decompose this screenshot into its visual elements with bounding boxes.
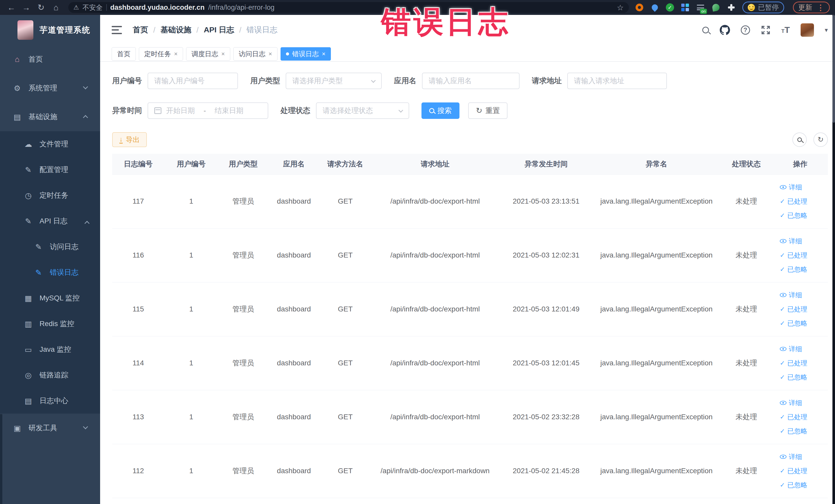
detail-link[interactable]: 详细: [780, 345, 802, 354]
sidebar-item-infrastructure[interactable]: ▤ 基础设施: [0, 102, 100, 131]
url-bar[interactable]: ⚠ 不安全 dashboard.yudao.iocoder.cn /infra/…: [68, 2, 629, 13]
close-icon[interactable]: ×: [322, 50, 325, 58]
mark-ignored-link[interactable]: ✓已忽略: [780, 373, 807, 382]
mark-ignored-link[interactable]: ✓已忽略: [780, 427, 807, 436]
tab-schedule-log[interactable]: 调度日志 ×: [186, 47, 230, 61]
forward-icon[interactable]: →: [20, 3, 32, 12]
mark-ignored-link[interactable]: ✓已忽略: [780, 319, 807, 328]
tab-scheduled-tasks[interactable]: 定时任务 ×: [139, 47, 183, 61]
reload-icon[interactable]: ↻: [35, 3, 47, 12]
fullscreen-icon[interactable]: [761, 25, 771, 35]
extension-icon-grid[interactable]: [681, 3, 690, 12]
tab-access-log[interactable]: 访问日志 ×: [233, 47, 278, 61]
browser-home-icon[interactable]: ⌂: [50, 3, 62, 12]
table-row: 113 1 管理员 dashboard GET /api/infra/db-do…: [112, 390, 828, 444]
sidebar-item-home[interactable]: ⌂ 首页: [0, 45, 100, 74]
mark-processed-link[interactable]: ✓已处理: [780, 305, 807, 314]
detail-link[interactable]: 详细: [780, 452, 802, 461]
reset-button[interactable]: ↻ 重置: [468, 102, 507, 119]
mark-processed-link[interactable]: ✓已处理: [780, 466, 807, 476]
sidebar-item-api-log[interactable]: ✎ API 日志: [0, 208, 100, 234]
breadcrumb-infrastructure[interactable]: 基础设施: [160, 25, 191, 35]
mark-processed-link[interactable]: ✓已处理: [780, 359, 807, 368]
infrastructure-submenu: ☁ 文件管理 ✎ 配置管理 ◷ 定时任务 ✎ API 日志: [0, 131, 100, 414]
breadcrumb-home[interactable]: 首页: [133, 25, 148, 35]
sidebar-item-error-log[interactable]: ✎ 错误日志: [0, 260, 100, 285]
avatar[interactable]: [801, 23, 814, 37]
exception-time-range-picker[interactable]: 开始日期 - 结束日期: [148, 102, 268, 119]
browser-menu-dots-icon[interactable]: ⋮: [817, 3, 824, 12]
app-logo[interactable]: 芋道管理系统: [0, 15, 100, 45]
extension-icon-orange-ring[interactable]: [635, 3, 644, 12]
user-id-input[interactable]: 请输入用户编号: [148, 73, 238, 89]
sidebar-item-config-management[interactable]: ✎ 配置管理: [0, 157, 100, 183]
avatar-caret-down-icon[interactable]: ▾: [825, 26, 828, 34]
cell-exception-name: java.lang.IllegalArgumentException: [593, 174, 720, 228]
collapse-sidebar-icon[interactable]: [111, 26, 122, 34]
cell-actions: 详细 ✓已处理 ✓已忽略: [773, 444, 828, 498]
export-button[interactable]: ↓ 导出: [112, 132, 147, 147]
refresh-table-button[interactable]: ↻: [813, 133, 828, 147]
sidebar-item-access-log[interactable]: ✎ 访问日志: [0, 234, 100, 260]
detail-link[interactable]: 详细: [780, 183, 802, 192]
detail-link[interactable]: 详细: [780, 399, 802, 407]
sidebar-item-log-center[interactable]: ▤ 日志中心: [0, 388, 100, 414]
close-icon[interactable]: ×: [268, 50, 272, 58]
mark-ignored-link[interactable]: ✓已忽略: [780, 481, 807, 490]
extension-icon-list-on[interactable]: on: [696, 3, 705, 12]
on-badge: on: [700, 9, 707, 14]
tab-error-log[interactable]: 错误日志 ×: [281, 47, 331, 61]
browser-update-button[interactable]: 更新 ⋮: [793, 2, 830, 13]
tab-home[interactable]: 首页: [111, 47, 136, 61]
user-type-select[interactable]: 请选择用户类型: [286, 73, 382, 89]
cell-request-url: /api/infra/db-doc/export-html: [371, 228, 499, 282]
sidebar-item-trace[interactable]: ◎ 链路追踪: [0, 362, 100, 388]
cell-actions: 详细 ✓已处理 ✓已忽略: [773, 228, 828, 282]
scrollbar-thumb[interactable]: [832, 15, 835, 123]
extension-icon-green-check[interactable]: ✓: [666, 3, 674, 12]
mark-processed-link[interactable]: ✓已处理: [780, 251, 807, 260]
page-content: 用户编号 请输入用户编号 用户类型 请选择用户类型 应用名 请输入应用名: [100, 62, 835, 504]
breadcrumb-api-log[interactable]: API 日志: [204, 25, 234, 35]
sidebar-item-system-management[interactable]: ⚙ 系统管理: [0, 74, 100, 102]
search-icon: [429, 108, 434, 113]
process-status-label: 处理状态: [281, 105, 310, 116]
chevron-down-icon: [399, 108, 403, 113]
extension-icon-blue-drop[interactable]: [650, 3, 659, 12]
sidebar-item-scheduled-tasks[interactable]: ◷ 定时任务: [0, 183, 100, 208]
smiley-emoji-icon: [748, 4, 755, 11]
sidebar-item-dev-tools[interactable]: ▣ 研发工具: [0, 414, 100, 442]
extension-icon-puzzle[interactable]: [727, 3, 736, 12]
mark-ignored-link[interactable]: ✓已忽略: [780, 211, 807, 220]
search-button[interactable]: 搜索: [422, 102, 460, 119]
close-icon[interactable]: ×: [221, 50, 225, 58]
mark-ignored-link[interactable]: ✓已忽略: [780, 265, 807, 274]
page-scrollbar[interactable]: [832, 15, 835, 504]
extension-icon-leaf[interactable]: [712, 3, 720, 12]
sidebar-item-file-management[interactable]: ☁ 文件管理: [0, 131, 100, 157]
help-icon[interactable]: ?: [741, 25, 750, 35]
sidebar-item-mysql-monitor[interactable]: ▦ MySQL 监控: [0, 285, 100, 311]
sidebar-item-redis-monitor[interactable]: ▥ Redis 监控: [0, 311, 100, 337]
omnibox-divider: [106, 4, 107, 11]
cell-log-id: 115: [112, 282, 164, 336]
font-size-icon[interactable]: TT: [781, 25, 790, 35]
github-icon[interactable]: [720, 25, 730, 35]
app-name-input[interactable]: 请输入应用名: [422, 73, 520, 89]
search-icon[interactable]: [702, 27, 709, 33]
mark-processed-link[interactable]: ✓已处理: [780, 412, 807, 422]
bookmark-star-icon[interactable]: ☆: [617, 3, 624, 12]
process-status-select[interactable]: 请选择处理状态: [316, 102, 409, 119]
check-icon: ✓: [780, 360, 785, 367]
detail-link[interactable]: 详细: [780, 237, 802, 246]
paused-badge[interactable]: 已暂停: [742, 2, 784, 13]
close-icon[interactable]: ×: [174, 50, 178, 58]
request-url-input[interactable]: 请输入请求地址: [567, 73, 667, 89]
sidebar-scrollbar[interactable]: [0, 414, 2, 504]
sidebar-item-java-monitor[interactable]: ▭ Java 监控: [0, 337, 100, 362]
toggle-search-button[interactable]: [792, 133, 807, 147]
check-icon: ✓: [780, 305, 785, 313]
mark-processed-link[interactable]: ✓已处理: [780, 197, 807, 206]
back-icon[interactable]: ←: [5, 3, 18, 12]
detail-link[interactable]: 详细: [780, 291, 802, 300]
